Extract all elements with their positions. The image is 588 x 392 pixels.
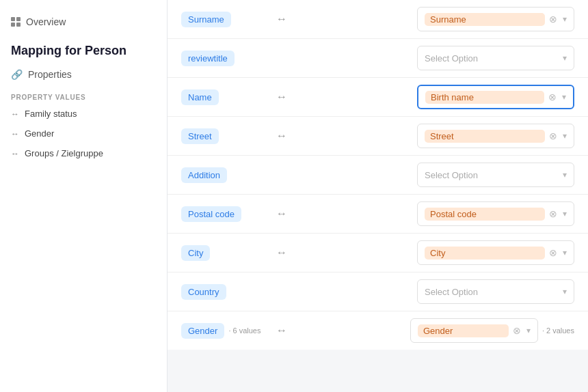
tag-label-country: Country	[181, 284, 226, 300]
arrow-right-icon: ↔	[11, 149, 19, 158]
left-tag-postalcode: Postal code	[181, 206, 263, 222]
nav-item-label: Gender	[25, 128, 54, 139]
sidebar-overview-label: Overview	[26, 16, 66, 27]
sidebar-link-properties[interactable]: 🔗 Properties	[0, 64, 167, 85]
select-box-surname[interactable]: Surname⊗▾	[417, 7, 574, 31]
select-box-country[interactable]: Select Option▾	[417, 279, 574, 304]
clear-button-street[interactable]: ⊗	[548, 130, 559, 141]
mapping-row-surname: Surname↔Surname⊗▾	[168, 0, 588, 39]
mapping-row-country: CountrySelect Option▾	[168, 272, 588, 311]
clear-button-city[interactable]: ⊗	[548, 247, 559, 258]
arrow-swap-city: ↔	[271, 247, 292, 259]
select-box-postalcode[interactable]: Postal code⊗▾	[417, 201, 574, 226]
left-tag-name: Name	[181, 89, 263, 105]
arrow-swap-street: ↔	[271, 130, 292, 142]
arrow-swap-surname: ↔	[271, 13, 292, 25]
tag-label-addition: Addition	[181, 167, 227, 183]
tag-label-city: City	[181, 245, 210, 261]
sidebar-properties-label: Properties	[28, 69, 72, 80]
arrow-right-icon: ↔	[11, 129, 19, 139]
clear-button-name[interactable]: ⊗	[547, 92, 558, 102]
select-box-name[interactable]: Birth name⊗▾	[417, 85, 574, 109]
arrow-right-icon: ↔	[11, 109, 19, 119]
chevron-down-icon-country: ▾	[561, 287, 568, 296]
sidebar-item-overview[interactable]: Overview	[0, 11, 167, 33]
selected-value-surname: Surname	[425, 13, 545, 26]
chevron-down-icon-gender: ▾	[525, 326, 532, 335]
tag-label-reviewtitle: reviewtitle	[181, 51, 235, 66]
selected-value-city: City	[425, 247, 545, 260]
sidebar-item-family-status[interactable]: ↔ Family status	[0, 104, 167, 124]
right-select-country: Select Option▾	[417, 279, 574, 304]
selected-value-gender: Gender	[418, 324, 509, 337]
chevron-down-icon-surname: ▾	[561, 14, 568, 24]
left-tag-surname: Surname	[181, 12, 263, 27]
arrow-swap-name: ↔	[271, 91, 292, 103]
nav-item-label: Groups / Zielgruppe	[25, 148, 103, 158]
mapping-row-gender: Gender· 6 values↔Gender⊗▾· 2 values	[168, 311, 588, 350]
selected-value-street: Street	[425, 130, 545, 143]
left-tag-reviewtitle: reviewtitle	[181, 51, 263, 66]
right-select-surname: Surname⊗▾	[417, 7, 574, 31]
arrow-swap-postalcode: ↔	[271, 208, 292, 220]
select-box-street[interactable]: Street⊗▾	[417, 124, 574, 148]
mapping-row-addition: AdditionSelect Option▾	[168, 156, 588, 195]
mapping-row-street: Street↔Street⊗▾	[168, 117, 588, 156]
sidebar-item-groups[interactable]: ↔ Groups / Zielgruppe	[0, 143, 167, 163]
select-placeholder-addition: Select Option	[425, 170, 559, 180]
tag-label-surname: Surname	[181, 12, 231, 27]
right-wrap-gender: Gender⊗▾· 2 values	[410, 318, 574, 343]
right-select-reviewtitle: Select Option▾	[417, 46, 574, 70]
select-placeholder-reviewtitle: Select Option	[425, 53, 559, 64]
mapping-row-postalcode: Postal code↔Postal code⊗▾	[168, 195, 588, 234]
main-content: Surname↔Surname⊗▾reviewtitleSelect Optio…	[168, 0, 588, 392]
arrow-swap-gender: ↔	[271, 324, 292, 337]
mapping-row-reviewtitle: reviewtitleSelect Option▾	[168, 39, 588, 78]
clear-button-postalcode[interactable]: ⊗	[548, 208, 559, 219]
right-select-postalcode: Postal code⊗▾	[417, 201, 574, 226]
chevron-down-icon-postalcode: ▾	[561, 209, 568, 219]
tag-sub-gender: · 6 values	[228, 326, 260, 335]
chevron-down-icon-street: ▾	[561, 131, 568, 141]
clear-button-gender[interactable]: ⊗	[511, 325, 522, 336]
section-label-property-values: PROPERTY VALUES	[0, 85, 167, 104]
nav-item-label: Family status	[25, 109, 77, 119]
tag-label-street: Street	[181, 128, 219, 144]
right-sub-label-gender: · 2 values	[542, 326, 574, 335]
right-select-city: City⊗▾	[417, 240, 574, 265]
tag-label-gender: Gender	[181, 323, 224, 339]
right-select-name: Birth name⊗▾	[417, 85, 574, 109]
selected-value-name: Birth name	[425, 91, 544, 104]
right-select-addition: Select Option▾	[417, 163, 574, 187]
select-box-addition[interactable]: Select Option▾	[417, 163, 574, 187]
grid-icon	[11, 17, 21, 27]
left-tag-city: City	[181, 245, 263, 261]
tag-label-name: Name	[181, 89, 219, 105]
chevron-down-icon-addition: ▾	[561, 170, 568, 180]
link-icon: 🔗	[11, 69, 23, 80]
chevron-down-icon-city: ▾	[561, 248, 568, 257]
select-placeholder-country: Select Option	[425, 287, 559, 297]
page-title: Mapping for Person	[0, 33, 167, 64]
chevron-down-icon-name: ▾	[561, 92, 567, 102]
sidebar-item-gender[interactable]: ↔ Gender	[0, 124, 167, 143]
left-tag-gender: Gender· 6 values	[181, 323, 263, 339]
mapping-row-name: Name↔Birth name⊗▾	[168, 78, 588, 117]
sidebar: Overview Mapping for Person 🔗 Properties…	[0, 0, 168, 392]
clear-button-surname[interactable]: ⊗	[548, 14, 559, 25]
select-box-gender[interactable]: Gender⊗▾	[410, 318, 538, 343]
select-box-city[interactable]: City⊗▾	[417, 240, 574, 265]
chevron-down-icon-reviewtitle: ▾	[561, 53, 568, 63]
mapping-row-city: City↔City⊗▾	[168, 234, 588, 272]
selected-value-postalcode: Postal code	[425, 208, 545, 221]
left-tag-street: Street	[181, 128, 263, 144]
select-box-reviewtitle[interactable]: Select Option▾	[417, 46, 574, 70]
right-select-street: Street⊗▾	[417, 124, 574, 148]
tag-label-postalcode: Postal code	[181, 206, 241, 222]
left-tag-addition: Addition	[181, 167, 263, 183]
left-tag-country: Country	[181, 284, 263, 300]
